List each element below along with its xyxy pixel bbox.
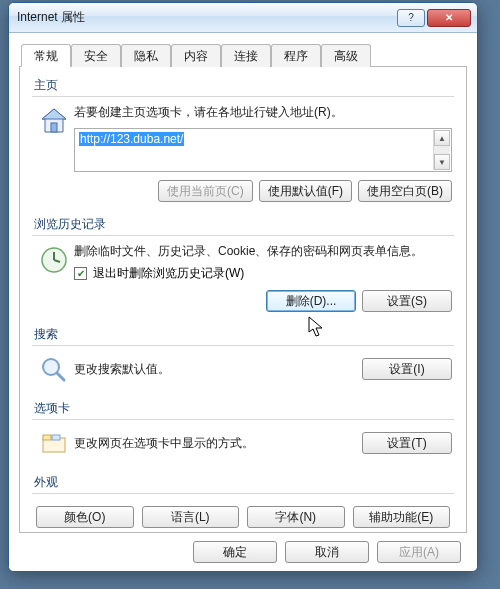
search-settings-button[interactable]: 设置(I) <box>362 358 452 380</box>
appearance-label: 外观 <box>34 474 454 491</box>
homepage-url-input[interactable]: http://123.duba.net/ ▲ ▼ <box>74 128 452 172</box>
svg-rect-2 <box>51 123 57 132</box>
tabs-group: 选项卡 更改网页在选项卡中显示的方式。 设置(T) <box>32 400 454 466</box>
tab-programs[interactable]: 程序 <box>271 44 321 67</box>
search-group: 搜索 更改搜索默认值。 设置(I) <box>32 326 454 392</box>
tab-security[interactable]: 安全 <box>71 44 121 67</box>
apply-button[interactable]: 应用(A) <box>377 541 461 563</box>
tab-advanced[interactable]: 高级 <box>321 44 371 67</box>
homepage-scrollbar[interactable]: ▲ ▼ <box>433 130 450 170</box>
search-label: 搜索 <box>34 326 454 343</box>
tab-general[interactable]: 常规 <box>21 44 71 67</box>
tabstrip: 常规 安全 隐私 内容 连接 程序 高级 <box>19 43 467 67</box>
use-blank-button[interactable]: 使用空白页(B) <box>358 180 452 202</box>
tabs-icon <box>34 426 74 460</box>
ok-button[interactable]: 确定 <box>193 541 277 563</box>
home-icon <box>34 103 74 202</box>
internet-properties-dialog: Internet 属性 ? ✕ 常规 安全 隐私 内容 连接 程序 高级 主页 <box>8 2 478 572</box>
svg-rect-10 <box>52 435 60 440</box>
svg-marker-1 <box>42 109 66 119</box>
window-title: Internet 属性 <box>17 9 395 26</box>
client-area: 常规 安全 隐私 内容 连接 程序 高级 主页 <box>9 33 477 571</box>
history-settings-button[interactable]: 设置(S) <box>362 290 452 312</box>
cancel-button[interactable]: 取消 <box>285 541 369 563</box>
search-desc: 更改搜索默认值。 <box>74 360 362 379</box>
tab-connections[interactable]: 连接 <box>221 44 271 67</box>
tab-content[interactable]: 内容 <box>171 44 221 67</box>
svg-line-7 <box>57 373 64 380</box>
history-group: 浏览历史记录 删除临时文件、历史记录、Cookie、保存的密码和网页表单信息。 <box>32 216 454 318</box>
accessibility-button[interactable]: 辅助功能(E) <box>353 506 451 528</box>
delete-history-button[interactable]: 删除(D)... <box>266 290 356 312</box>
delete-on-exit-label: 退出时删除浏览历史记录(W) <box>93 265 244 282</box>
use-default-button[interactable]: 使用默认值(F) <box>259 180 352 202</box>
help-button[interactable]: ? <box>397 9 425 27</box>
colors-button[interactable]: 颜色(O) <box>36 506 134 528</box>
fonts-button[interactable]: 字体(N) <box>247 506 345 528</box>
search-icon <box>34 352 74 386</box>
homepage-group: 主页 若要创建主页选项卡，请在各地址行键入地址(R)。 <box>32 77 454 208</box>
history-label: 浏览历史记录 <box>34 216 454 233</box>
svg-rect-9 <box>43 435 51 440</box>
history-desc: 删除临时文件、历史记录、Cookie、保存的密码和网页表单信息。 <box>74 242 452 261</box>
tab-privacy[interactable]: 隐私 <box>121 44 171 67</box>
homepage-url-value: http://123.duba.net/ <box>79 132 184 146</box>
homepage-label: 主页 <box>34 77 454 94</box>
scroll-down-icon[interactable]: ▼ <box>434 154 450 170</box>
use-current-button[interactable]: 使用当前页(C) <box>158 180 253 202</box>
clock-icon <box>34 242 74 312</box>
tabs-desc: 更改网页在选项卡中显示的方式。 <box>74 434 362 453</box>
checkbox-icon: ✔ <box>74 267 87 280</box>
tab-sheet: 主页 若要创建主页选项卡，请在各地址行键入地址(R)。 <box>19 67 467 533</box>
tabs-section-label: 选项卡 <box>34 400 454 417</box>
titlebar[interactable]: Internet 属性 ? ✕ <box>9 3 477 33</box>
languages-button[interactable]: 语言(L) <box>142 506 240 528</box>
close-button[interactable]: ✕ <box>427 9 471 27</box>
dialog-footer: 确定 取消 应用(A) <box>9 541 477 563</box>
tabs-settings-button[interactable]: 设置(T) <box>362 432 452 454</box>
appearance-group: 外观 颜色(O) 语言(L) 字体(N) 辅助功能(E) <box>32 474 454 534</box>
homepage-hint: 若要创建主页选项卡，请在各地址行键入地址(R)。 <box>74 103 452 122</box>
scroll-up-icon[interactable]: ▲ <box>434 130 450 146</box>
delete-on-exit-checkbox[interactable]: ✔ 退出时删除浏览历史记录(W) <box>74 265 452 282</box>
